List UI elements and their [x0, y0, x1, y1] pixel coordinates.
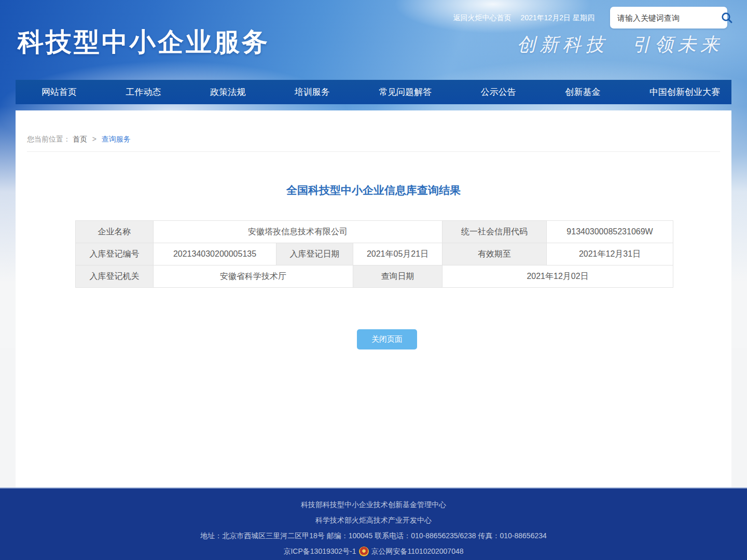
nav-item-announcements[interactable]: 公示公告 [475, 86, 522, 98]
torch-home-link[interactable]: 返回火炬中心首页 [453, 13, 511, 23]
nav-item-training[interactable]: 培训服务 [288, 86, 336, 98]
result-table: 企业名称 安徽塔孜信息技术有限公司 统一社会信用代码 9134030008523… [75, 220, 673, 288]
search-icon[interactable] [721, 11, 733, 24]
footer: 科技部科技型中小企业技术创新基金管理中心 科学技术部火炬高技术产业开发中心 地址… [0, 487, 747, 560]
cell-credit-code-value: 91340300085231069W [547, 221, 673, 243]
header-top-links: 返回火炬中心首页 2021年12月2日 星期四 [453, 13, 594, 23]
breadcrumb-home-link[interactable]: 首页 [73, 135, 87, 143]
header-date: 2021年12月2日 星期四 [521, 13, 594, 23]
cell-valid-until-label: 有效期至 [442, 243, 547, 265]
table-row: 企业名称 安徽塔孜信息技术有限公司 统一社会信用代码 9134030008523… [76, 221, 673, 243]
main-nav: 网站首页 工作动态 政策法规 培训服务 常见问题解答 公示公告 创新基金 中国创… [16, 80, 731, 104]
cell-reg-date-label: 入库登记日期 [276, 243, 353, 265]
cell-reg-authority-label: 入库登记机关 [76, 265, 154, 288]
cell-company-name-value: 安徽塔孜信息技术有限公司 [154, 221, 442, 243]
footer-org-line-2: 科学技术部火炬高技术产业开发中心 [0, 512, 747, 528]
table-row: 入库登记编号 202134030200005135 入库登记日期 2021年05… [76, 243, 673, 265]
footer-icp-line: 京ICP备13019302号-1 京公网安备11010202007048 [0, 543, 747, 559]
close-page-button[interactable]: 关闭页面 [357, 329, 417, 349]
site-logo: 科技型中小企业服务 [18, 25, 270, 60]
footer-contact-line: 地址：北京市西城区三里河二区甲18号 邮编：100045 联系电话：010-88… [0, 528, 747, 543]
cell-valid-until-value: 2021年12月31日 [547, 243, 673, 265]
nav-item-innovation-fund[interactable]: 创新基金 [559, 86, 606, 98]
breadcrumb: 您当前位置： 首页 > 查询服务 [27, 110, 720, 152]
cell-company-name-label: 企业名称 [76, 221, 154, 243]
search-input[interactable] [617, 13, 721, 22]
breadcrumb-current-link[interactable]: 查询服务 [102, 135, 131, 143]
page-title: 全国科技型中小企业信息库查询结果 [16, 183, 731, 198]
icp-record-link[interactable]: 京ICP备13019302号-1 [283, 543, 356, 559]
nav-item-competition[interactable]: 中国创新创业大赛 [643, 86, 726, 98]
table-row: 入库登记机关 安徽省科学技术厅 查询日期 2021年12月02日 [76, 265, 673, 288]
nav-item-work-news[interactable]: 工作动态 [120, 86, 168, 98]
nav-item-faq[interactable]: 常见问题解答 [372, 86, 438, 98]
police-badge-icon [359, 547, 369, 556]
footer-org-line-1: 科技部科技型中小企业技术创新基金管理中心 [0, 497, 747, 512]
slogan: 创新科技 引领未来 [517, 32, 723, 58]
cell-query-date-label: 查询日期 [353, 265, 442, 288]
cell-credit-code-label: 统一社会信用代码 [442, 221, 547, 243]
cell-reg-authority-value: 安徽省科学技术厅 [154, 265, 353, 288]
content-panel: 您当前位置： 首页 > 查询服务 全国科技型中小企业信息库查询结果 企业名称 安… [16, 110, 731, 487]
cell-query-date-value: 2021年12月02日 [442, 265, 673, 288]
breadcrumb-separator: > [92, 135, 96, 143]
search-box [610, 7, 727, 29]
page: 科技型中小企业服务 返回火炬中心首页 2021年12月2日 星期四 创新科技 引… [0, 0, 747, 560]
cell-reg-number-label: 入库登记编号 [76, 243, 154, 265]
cell-reg-date-value: 2021年05月21日 [353, 243, 442, 265]
nav-item-home[interactable]: 网站首页 [35, 86, 83, 98]
cell-reg-number-value: 202134030200005135 [154, 243, 276, 265]
nav-item-policy[interactable]: 政策法规 [204, 86, 252, 98]
breadcrumb-prefix: 您当前位置： [27, 135, 71, 143]
police-record-link[interactable]: 京公网安备11010202007048 [371, 543, 464, 559]
